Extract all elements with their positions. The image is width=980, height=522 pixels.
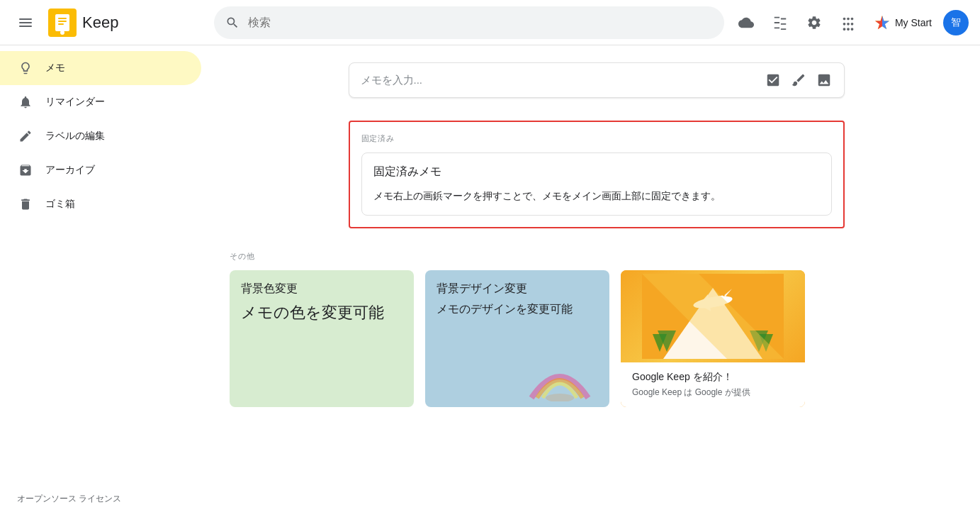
note-input-icons: [765, 72, 833, 89]
svg-rect-9: [62, 29, 63, 33]
cards-grid: 背景色変更 メモの色を変更可能 背景デザイン変更 メモのデザインを変更可能: [230, 270, 963, 407]
svg-rect-4: [55, 14, 69, 31]
search-wrapper[interactable]: [214, 6, 724, 39]
pinned-section-label: 固定済み: [361, 133, 832, 144]
cloud-button[interactable]: [732, 9, 760, 37]
app-title: Keep: [82, 13, 118, 32]
other-section-label: その他: [230, 251, 963, 262]
svg-rect-5: [58, 18, 67, 19]
trash-icon: [17, 197, 34, 211]
my-start-icon: [874, 14, 891, 31]
search-input[interactable]: [248, 16, 713, 29]
labels-icon: [17, 129, 34, 143]
design-card-body: メモのデザインを変更可能: [437, 302, 598, 317]
color-card-body: メモの色を変更可能: [241, 302, 402, 323]
note-input-bar[interactable]: メモを入力...: [349, 62, 845, 98]
draw-icon[interactable]: [790, 72, 807, 89]
svg-point-10: [546, 394, 574, 401]
svg-rect-6: [58, 21, 67, 22]
sidebar-item-archive[interactable]: アーカイブ: [0, 153, 201, 187]
image-card-body: Google Keep は Google が提供: [632, 387, 794, 399]
rainbow-decoration: [524, 352, 595, 401]
svg-rect-1: [19, 22, 32, 23]
pinned-note-card[interactable]: 固定済みメモ メモ右上の画鋲マークを押すことで、メモをメイン画面上部に固定できま…: [361, 152, 832, 216]
apps-button[interactable]: [834, 9, 862, 37]
airplane-visual: [621, 270, 805, 362]
sidebar-item-labels[interactable]: ラベルの編集: [0, 119, 201, 153]
design-card[interactable]: 背景デザイン変更 メモのデザインを変更可能: [425, 270, 609, 407]
notes-label: メモ: [45, 62, 65, 74]
archive-label: アーカイブ: [45, 164, 95, 177]
search-bar: [214, 6, 724, 39]
image-card-content: Google Keep を紹介！ Google Keep は Google が提…: [621, 362, 805, 407]
header-left: Keep: [11, 9, 210, 37]
svg-rect-7: [58, 23, 64, 25]
gear-icon: [806, 15, 822, 30]
search-icon: [225, 16, 240, 30]
reminders-icon: [17, 95, 34, 109]
main-content: メモを入力... 固定済み 固定済みメモ メモ右上の画鋲マー: [213, 45, 980, 522]
svg-rect-0: [19, 18, 32, 20]
color-card-title: 背景色変更: [241, 282, 402, 296]
design-card-content: 背景デザイン変更 メモのデザインを変更可能: [425, 270, 609, 328]
my-start-label: My Start: [895, 17, 932, 28]
user-avatar[interactable]: 智: [943, 10, 969, 35]
color-card[interactable]: 背景色変更 メモの色を変更可能: [230, 270, 414, 407]
image-card-title: Google Keep を紹介！: [632, 371, 794, 384]
cloud-icon: [738, 15, 754, 30]
other-section: その他 背景色変更 メモの色を変更可能 背景デザイン変更 メモのデザインを変更可…: [230, 251, 963, 407]
labels-label: ラベルの編集: [45, 130, 105, 143]
my-start-button[interactable]: My Start: [868, 11, 937, 34]
sidebar: メモ リマインダー ラベルの編集 アーカイブ ゴ: [0, 45, 213, 522]
settings-button[interactable]: [800, 9, 828, 37]
svg-rect-2: [19, 26, 32, 27]
menu-button[interactable]: [11, 9, 40, 37]
sidebar-item-notes[interactable]: メモ: [0, 51, 201, 85]
trash-label: ゴミ箱: [45, 198, 75, 211]
keep-logo-icon: [48, 9, 77, 37]
image-card[interactable]: Google Keep を紹介！ Google Keep は Google が提…: [621, 270, 805, 407]
pinned-note-title: 固定済みメモ: [373, 165, 820, 179]
open-source-footer[interactable]: オープンソース ライセンス: [0, 482, 213, 516]
image-icon[interactable]: [816, 72, 833, 89]
airplane-svg: [642, 274, 784, 359]
sidebar-item-reminders[interactable]: リマインダー: [0, 85, 201, 119]
apps-icon: [840, 15, 856, 30]
grid-icon: [772, 15, 788, 30]
archive-icon: [17, 163, 34, 177]
design-card-title: 背景デザイン変更: [437, 282, 598, 296]
checkbox-icon[interactable]: [765, 72, 782, 89]
sidebar-item-trash[interactable]: ゴミ箱: [0, 187, 201, 221]
grid-view-button[interactable]: [766, 9, 794, 37]
header-right: My Start 智: [732, 9, 969, 37]
note-input-placeholder: メモを入力...: [361, 74, 765, 87]
reminders-label: リマインダー: [45, 96, 105, 109]
app-header: Keep: [0, 0, 980, 45]
logo[interactable]: Keep: [48, 9, 118, 37]
pinned-section: 固定済み 固定済みメモ メモ右上の画鋲マークを押すことで、メモをメイン画面上部に…: [349, 121, 845, 228]
pinned-note-body: メモ右上の画鋲マークを押すことで、メモをメイン画面上部に固定できます。: [373, 188, 820, 204]
notes-icon: [17, 61, 34, 75]
